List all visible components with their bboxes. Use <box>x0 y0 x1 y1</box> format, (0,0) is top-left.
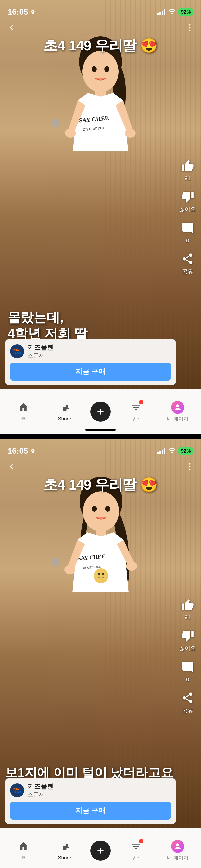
svg-point-28 <box>102 573 104 575</box>
share-button[interactable]: 공유 <box>180 251 195 276</box>
battery-indicator-2: 92% <box>178 447 194 455</box>
status-bar: 16:05 92% <box>0 0 201 20</box>
nav-shorts-label: Shorts <box>58 416 73 422</box>
action-buttons-2: 91 싫어요 0 공유 <box>179 597 196 715</box>
nav-subs-label: 구독 <box>131 415 141 422</box>
profile-avatar <box>171 401 184 414</box>
svg-point-27 <box>98 573 100 575</box>
video-subtitle: 몰랐는데, 4학년 저희 딸 <box>7 310 87 341</box>
nav-profile[interactable]: 내 페이지 <box>157 398 199 425</box>
more-options-button-2[interactable] <box>185 462 195 473</box>
sponsor-type-2: 스폰서 <box>28 791 54 799</box>
home-indicator <box>85 429 116 431</box>
sponsor-name: 키즈플랜 <box>28 344 54 351</box>
sponsor-name-2: 키즈플랜 <box>28 783 54 790</box>
svg-point-1 <box>51 119 60 128</box>
nav-shorts[interactable]: Shorts <box>44 399 86 424</box>
nav-add-2[interactable] <box>86 838 115 863</box>
signal-icon <box>157 9 165 15</box>
screen-1: SAY CHEE on camera 16:05 <box>0 0 201 434</box>
wifi-icon-2 <box>168 447 175 455</box>
svg-point-4 <box>92 66 97 72</box>
nav-home-2[interactable]: 홈 <box>2 837 44 864</box>
add-button[interactable] <box>90 402 111 422</box>
time-display-2: 16:05 <box>7 446 36 456</box>
more-options-button[interactable] <box>185 23 195 34</box>
nav-shorts-label-2: Shorts <box>58 855 73 861</box>
like-button[interactable]: 91 <box>180 158 195 182</box>
subscription-badge-2 <box>139 839 143 843</box>
comment-button[interactable]: 0 <box>180 221 195 244</box>
bottom-navigation: 홈 Shorts 구독 <box>0 389 201 434</box>
svg-point-11 <box>171 12 173 14</box>
action-buttons: 91 싫어요 0 공유 <box>179 158 196 276</box>
svg-point-29 <box>64 565 76 574</box>
location-icon <box>30 9 36 15</box>
sponsor-type: 스폰서 <box>28 352 54 360</box>
bottom-navigation-2: 홈 Shorts 구독 <box>0 828 201 868</box>
wifi-icon <box>168 8 175 16</box>
location-icon-2 <box>30 448 36 454</box>
nav-profile-label-2: 내 페이지 <box>167 855 189 861</box>
video-title-2: 초4 149 우리딸 😍 <box>0 475 201 495</box>
svg-point-14 <box>189 30 191 31</box>
nav-profile-label: 내 페이지 <box>167 415 189 422</box>
nav-home[interactable]: 홈 <box>2 398 44 425</box>
svg-point-21 <box>92 506 97 512</box>
svg-point-13 <box>189 27 191 29</box>
svg-point-10 <box>125 129 136 137</box>
dislike-button[interactable]: 싫어요 <box>179 189 196 213</box>
svg-point-32 <box>189 463 191 465</box>
status-icons-2: 92% <box>157 447 194 455</box>
share-button-2[interactable]: 공유 <box>180 690 195 715</box>
battery-indicator: 92% <box>178 8 194 16</box>
nav-add[interactable] <box>86 399 115 424</box>
svg-point-5 <box>104 66 109 72</box>
svg-point-26 <box>94 568 108 583</box>
nav-subscriptions-2[interactable]: 구독 <box>115 837 157 864</box>
dislike-button-2[interactable]: 싫어요 <box>179 628 196 652</box>
add-button-2[interactable] <box>90 841 111 861</box>
sponsor-logo: KIDZ PLAN <box>10 344 24 359</box>
status-bar-2: 16:05 92% <box>0 439 201 459</box>
comment-button-2[interactable]: 0 <box>180 660 195 683</box>
buy-now-button[interactable]: 지금 구매 <box>10 363 171 380</box>
svg-point-22 <box>105 506 110 512</box>
nav-subscriptions[interactable]: 구독 <box>115 398 157 425</box>
video-title: 초4 149 우리딸 😍 <box>0 36 201 56</box>
nav-home-label: 홈 <box>21 415 26 422</box>
like-button-2[interactable]: 91 <box>180 597 195 621</box>
svg-point-30 <box>126 562 137 570</box>
status-icons: 92% <box>157 8 194 16</box>
nav-profile-2[interactable]: 내 페이지 <box>157 837 199 864</box>
sponsor-card: KIDZ PLAN 키즈플랜 스폰서 지금 구매 <box>5 339 176 385</box>
back-button-2[interactable] <box>6 462 16 473</box>
subscription-badge <box>139 400 143 404</box>
time-display: 16:05 <box>7 7 36 17</box>
nav-home-label-2: 홈 <box>21 855 26 861</box>
svg-point-33 <box>189 466 191 468</box>
screen-2: SAY CHEE on camera 16:05 <box>0 439 201 868</box>
back-button[interactable] <box>6 23 16 34</box>
svg-point-31 <box>171 452 173 453</box>
buy-now-button-2[interactable]: 지금 구매 <box>10 802 171 819</box>
nav-subs-label-2: 구독 <box>131 855 141 861</box>
profile-avatar-2 <box>171 840 184 853</box>
svg-point-12 <box>189 24 191 26</box>
sponsor-logo-2: KIDZ PLAN <box>10 783 24 798</box>
svg-point-20 <box>83 491 119 531</box>
signal-icon-2 <box>157 448 165 454</box>
svg-point-18 <box>51 558 60 567</box>
svg-point-3 <box>82 51 119 92</box>
nav-shorts-2[interactable]: Shorts <box>44 838 86 863</box>
screen-divider <box>0 434 201 439</box>
sponsor-card-2: KIDZ PLAN 키즈플랜 스폰서 지금 구매 <box>5 778 176 824</box>
svg-point-9 <box>65 129 76 137</box>
svg-point-34 <box>189 469 191 470</box>
